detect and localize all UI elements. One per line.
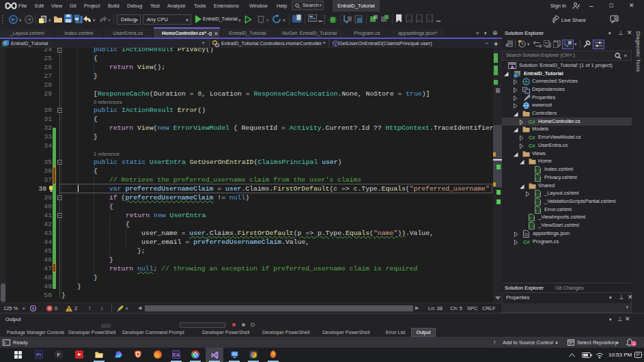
svg-text:C: C	[3, 41, 7, 45]
